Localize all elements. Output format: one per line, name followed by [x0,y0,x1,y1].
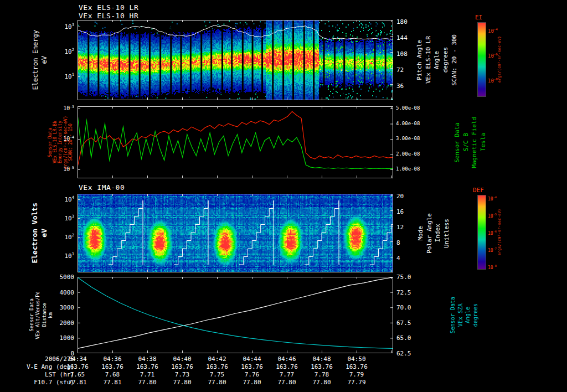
footer-value: 77.80 [133,379,161,386]
p1-y-tick: 102 [47,47,74,55]
panel1-title-lr: VEx ELS-10 LR [79,3,138,12]
footer-value: 163.76 [203,363,231,370]
panel1-right-line4: degrees [442,47,450,73]
footer-value: 163.76 [99,363,126,370]
cb1-tick: 10-8 [488,78,498,84]
p4-y-tick: 2000 [47,319,74,327]
p4-y-tick: 3000 [47,304,74,311]
time-tick: 04:38 [133,355,161,363]
p2-right-tick: 5.00e-08 [396,105,420,111]
panel4-right-line3: Angle [465,307,471,323]
panel2-left-line5: SCAN: 20 - 150 [68,123,73,161]
p4-y-tick: 4000 [47,289,74,296]
panel3-right-line1: Mode [417,226,425,241]
time-tick: 04:36 [99,355,126,363]
panel4-left-line2: VEx Alt/Venus/Pd [35,291,40,339]
p3-right-tick: 12 [396,224,404,231]
panel3-right-line2: Polar Angle [426,213,434,254]
p4-right-tick: 62.5 [396,350,411,357]
panel1-ylabel: Electron Energy eV [32,20,49,100]
cb2-tick: 10-4 [488,195,497,202]
panel1-right-line1: Pitch Angle [416,40,424,80]
footer-value: 7.75 [203,371,231,378]
p4-right-tick: 75.0 [396,274,411,281]
footer-value: 163.76 [133,363,161,370]
vex-orbit-summary-plot: VEx ELS-10 LR VEx ELS-10 HR VEx IMA-00 E… [0,0,567,392]
intensity-bfield-canvas [78,106,393,178]
colorbar1-units-text: ergs/(cm²-sr-sec-eV) [497,36,502,82]
time-tick: 04:44 [238,355,266,363]
els-spectrogram-canvas [78,20,393,100]
p1-y-tick: 101 [47,72,74,80]
p1-y-tick: 103 [47,22,74,30]
panel1-right-line5: SCAN: 20 - 300 [451,34,458,86]
footer-value: 7.68 [99,371,126,378]
p1-right-tick: 180 [396,18,408,25]
colorbar2-units: ergs/(cm²-sr-sec-eV) [497,195,502,270]
panel1-right-line3: Angle [434,51,441,69]
panel4-right-line2: VEx SZA [457,303,464,327]
footer-value: 77.79 [343,379,370,386]
footer-value: 77.81 [64,379,91,386]
panel4-left-line4: km [48,312,53,318]
colorbar2-units-text: ergs/(cm²-sr-sec-eV) [497,209,502,255]
panel3-right-line4: Unitless [444,219,451,248]
ima-spectrogram-canvas [78,194,393,272]
cb2-tick: 10-7 [488,247,497,253]
time-tick: 04:46 [273,355,301,363]
panel4-right-line4: degrees [472,303,479,327]
panel3-ylabel-text: Electron Volts [31,203,39,264]
cb2-tick: 10-5 [488,213,497,219]
footer-value: 77.81 [99,379,126,386]
p1-right-tick: 144 [396,34,408,42]
p2-y-tick: 10-4 [47,135,74,142]
p1-right-tick: 72 [396,66,404,74]
p3-right-tick: 16 [396,208,404,215]
p2-right-tick: 1.00e-08 [396,166,420,172]
colorbar2 [477,195,486,270]
panel2-left-line4: ergs/(cm²-sr-sec-eV) [63,116,68,169]
footer-value: 77.80 [168,379,196,386]
footer-value: 163.76 [273,363,301,370]
time-tick: 04:50 [343,355,370,363]
panel3-right-line3: Index [435,224,442,242]
colorbar2-title: DEF [473,187,484,194]
p4-right-tick: 67.5 [396,319,411,327]
time-tick: 04:40 [168,355,196,363]
panel2-right-line2: S/C B [463,133,470,151]
footer-value: 77.80 [203,379,231,386]
panel3-right-label: Mode Polar Angle Index Unitless [417,194,451,272]
p4-y-tick: 5000 [47,274,74,281]
p1-right-tick: 108 [396,50,408,58]
footer-value: 7.79 [343,371,370,378]
footer-value: 163.76 [343,363,370,370]
p2-right-tick: 3.00e-08 [396,136,420,141]
footer-value: 163.76 [168,363,196,370]
panel4-right-line1: Sensor Data [450,297,456,333]
footer-value: 77.80 [273,379,301,386]
footer-value: 7.65 [64,371,91,378]
p3-right-tick: 8 [396,239,400,246]
p2-right-tick: 4.00e-08 [396,121,420,126]
p2-right-tick: 2.00e-08 [396,151,420,157]
footer-value: 7.71 [133,371,161,378]
panel2-right-label: Sensor Data S/C B Magnetic Field Tesla [454,106,487,178]
panel2-right-line3: Magnetic Field [471,117,478,168]
panel1-right-label: Pitch Angle VEx ELS-10 LR Angle degrees … [416,20,458,100]
panel2-left-line1: Sensor Data [48,128,53,157]
altitude-sza-canvas [78,277,393,353]
p3-y-tick: 104 [47,195,74,203]
p4-right-tick: 72.5 [396,289,411,296]
panel2-left-line3: Energy Intensity [58,121,63,163]
panel3-title: VEx IMA-00 [79,183,125,192]
colorbar1-units: ergs/(cm²-sr-sec-eV) [497,22,502,97]
pan2-right-line4: Tesla [480,133,487,151]
colorbar1 [477,22,486,97]
p4-right-tick: 65.0 [396,334,411,342]
time-tick: 04:42 [203,355,231,363]
p2-y-tick: 10-5 [47,166,74,172]
footer-value: 163.76 [238,363,266,370]
footer-value: 7.73 [168,371,196,378]
footer-value: 77.80 [238,379,266,386]
panel4-right-label: Sensor Data VEx SZA Angle degrees [450,277,478,353]
